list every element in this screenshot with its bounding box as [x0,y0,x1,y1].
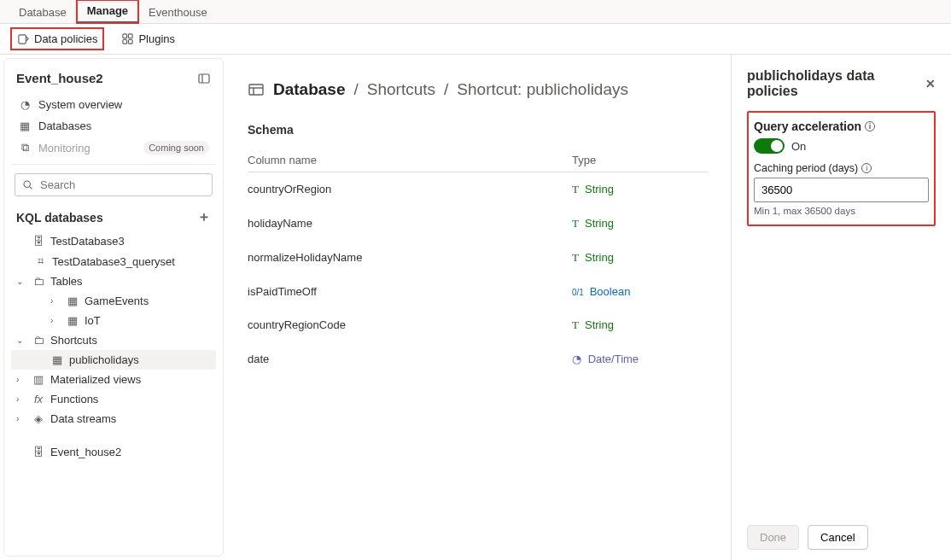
panel-close-icon[interactable]: ✕ [925,77,936,90]
tree-tables[interactable]: ⌄ 🗀 Tables [11,271,216,291]
schema-heading: Schema [248,123,710,137]
folder-icon: 🗀 [32,275,45,288]
tree-datastreams[interactable]: › ◈ Data streams [11,409,216,429]
nav-databases[interactable]: ▦ Databases [11,115,216,137]
shortcut-icon: ▦ [50,353,64,366]
column-type: String [572,217,709,230]
done-button[interactable]: Done [747,525,799,550]
nav-monitoring: ⧉ Monitoring Coming soon [11,137,216,159]
query-accel-label: Query acceleration [754,120,861,133]
monitoring-icon: ⧉ [18,141,32,155]
chevron-right-icon: › [50,316,61,325]
function-icon: fx [32,393,45,405]
table-icon: ▦ [66,314,79,327]
tree-shortcuts[interactable]: ⌄ 🗀 Shortcuts [11,330,216,350]
svg-rect-0 [19,35,26,44]
toggle-state-text: On [791,140,806,153]
queryset-icon: ⌗ [33,254,47,268]
tree-testdb3[interactable]: 🗄 TestDatabase3 [11,231,216,251]
toolbar: Data policies Plugins [0,24,951,55]
search-icon [22,179,33,190]
svg-rect-1 [123,34,127,38]
column-type: String [572,183,709,196]
sidebar-search[interactable] [15,173,213,196]
tab-manage[interactable]: Manage [77,0,138,23]
tab-database[interactable]: Database [9,2,77,23]
coming-soon-badge: Coming soon [143,141,209,155]
tree-testdb3-queryset[interactable]: ⌗ TestDatabase3_queryset [11,251,216,271]
schema-row: isPaidTimeOffBoolean [248,275,709,308]
col-header-name: Column name [248,154,572,166]
chevron-right-icon: › [50,296,61,306]
column-type: String [572,318,709,332]
main-content: Database / Shortcuts / Shortcut: publich… [227,55,731,560]
chevron-down-icon: ⌄ [16,335,26,345]
sidebar-title: Event_house2 [16,71,103,85]
section-kql-databases: KQL databases [16,211,103,225]
data-policies-button[interactable]: Data policies [12,29,102,49]
query-accel-toggle[interactable] [754,138,785,154]
schema-row: countryRegionCodeString [248,308,709,342]
breadcrumb: Database / Shortcuts / Shortcut: publich… [248,80,710,99]
search-input[interactable] [38,178,205,192]
svg-rect-2 [129,34,133,38]
stream-icon: ◈ [32,412,45,425]
schema-row: dateDate/Time [248,342,709,376]
tree-matviews[interactable]: › ▥ Materialized views [11,370,216,389]
svg-rect-3 [123,39,127,44]
table-icon: ▦ [66,295,79,307]
crumb-shortcuts[interactable]: Shortcuts [367,80,435,99]
column-type: Date/Time [572,353,709,365]
chevron-right-icon: › [16,394,26,404]
cancel-button[interactable]: Cancel [808,525,867,550]
crumb-database[interactable]: Database [273,80,346,99]
column-name: holidayName [248,217,572,230]
svg-point-7 [24,181,30,187]
data-policies-panel: publicholidays data policies ✕ Query acc… [731,55,951,560]
sidebar: Event_house2 ◔ System overview ▦ Databas… [3,58,224,557]
caching-label: Caching period (days) [754,162,858,174]
column-name: date [248,353,572,365]
gauge-icon: ◔ [18,98,32,111]
tree-functions[interactable]: › fx Functions [11,389,216,409]
data-policies-icon [17,32,30,45]
sidebar-collapse-icon[interactable] [197,72,211,85]
schema-row: countryOrRegionString [248,172,709,207]
database-icon: 🗄 [32,446,45,458]
svg-rect-5 [199,74,209,83]
panel-title: publicholidays data policies [747,68,925,99]
caching-helper: Min 1, max 36500 days [754,206,929,216]
folder-icon: 🗀 [32,334,45,347]
databases-icon: ▦ [18,120,32,132]
col-header-type: Type [572,154,709,166]
svg-rect-4 [129,39,133,44]
query-acceleration-group: Query acceleration i On Caching period (… [747,111,936,226]
chevron-right-icon: › [16,414,26,423]
svg-rect-9 [249,85,263,95]
column-name: countryOrRegion [248,183,572,196]
schema-table: Column name Type countryOrRegionStringho… [248,149,709,376]
tree-eventhouse2[interactable]: 🗄 Event_house2 [11,442,216,462]
plugins-button[interactable]: Plugins [116,29,180,49]
tree-publicholidays[interactable]: ▦ publicholidays [11,350,216,370]
schema-row: normalizeHolidayNameString [248,241,709,275]
chevron-down-icon: ⌄ [16,277,26,286]
column-type: Boolean [572,285,709,298]
tab-eventhouse[interactable]: Eventhouse [138,2,218,23]
top-tab-bar: Database Manage Eventhouse [0,0,951,24]
column-name: isPaidTimeOff [248,285,572,298]
column-name: countryRegionCode [248,318,572,332]
add-database-icon[interactable]: ＋ [197,208,211,226]
breadcrumb-icon [248,81,265,98]
tree-iot[interactable]: › ▦ IoT [11,311,216,330]
tree-gameevents[interactable]: › ▦ GameEvents [11,291,216,311]
database-icon: 🗄 [32,235,45,248]
nav-system-overview[interactable]: ◔ System overview [11,94,216,115]
plugins-icon [121,32,134,45]
info-icon[interactable]: i [865,121,875,131]
column-name: normalizeHolidayName [248,251,572,265]
chevron-right-icon: › [16,375,26,384]
crumb-current: Shortcut: publicholidays [457,80,628,99]
info-icon[interactable]: i [861,163,872,173]
caching-period-input[interactable] [754,178,929,202]
